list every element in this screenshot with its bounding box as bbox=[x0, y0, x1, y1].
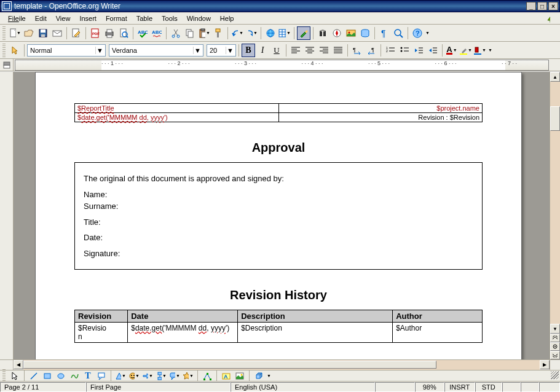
ruler-corner-icon[interactable] bbox=[0, 59, 14, 71]
menu-file[interactable]: Fileile bbox=[4, 14, 30, 23]
new-doc-button[interactable]: ▼ bbox=[8, 26, 22, 40]
approval-surname[interactable]: Surname: bbox=[84, 200, 473, 213]
text-tool-icon[interactable]: T bbox=[82, 371, 94, 381]
nav-next-button[interactable] bbox=[550, 351, 560, 359]
redo-button[interactable]: ▼ bbox=[245, 26, 258, 40]
copy-button[interactable] bbox=[183, 26, 197, 40]
toolbar-handle[interactable] bbox=[2, 26, 6, 40]
update-icon[interactable] bbox=[542, 12, 555, 25]
size-combo[interactable]: 20▼ bbox=[207, 44, 236, 57]
spellcheck-button[interactable]: ABC bbox=[136, 26, 149, 40]
preview-button[interactable] bbox=[117, 26, 130, 40]
page[interactable]: $ReportTitle $project.name $date.get('MM… bbox=[35, 72, 522, 359]
table-button[interactable]: ▼ bbox=[278, 26, 291, 40]
bullets-button[interactable] bbox=[398, 44, 411, 57]
zoom-button[interactable] bbox=[392, 26, 405, 40]
menu-edit[interactable]: Edit bbox=[31, 14, 51, 23]
nav-target-button[interactable] bbox=[550, 342, 560, 351]
menu-table[interactable]: Table bbox=[132, 14, 157, 23]
approval-heading[interactable]: Approval bbox=[74, 141, 483, 155]
gallery-button[interactable] bbox=[344, 26, 358, 40]
autospell-button[interactable]: ABC bbox=[150, 26, 164, 40]
cursor-icon[interactable] bbox=[8, 44, 22, 57]
close-button[interactable]: × bbox=[548, 2, 558, 10]
menu-format[interactable]: Format bbox=[101, 14, 132, 23]
horizontal-scrollbar[interactable]: ◀ ▶ bbox=[0, 359, 560, 370]
menu-tools[interactable]: Tools bbox=[157, 14, 182, 23]
stars-icon[interactable]: ▼ bbox=[182, 371, 194, 381]
scroll-thumb[interactable] bbox=[550, 106, 560, 131]
toolbar-handle[interactable] bbox=[2, 44, 6, 57]
scroll-down-button[interactable]: ▼ bbox=[550, 324, 560, 334]
ltr-button[interactable]: ¶ bbox=[350, 44, 364, 57]
paste-button[interactable]: ▼ bbox=[197, 26, 211, 40]
callout-tool-icon[interactable] bbox=[95, 371, 108, 381]
basic-shapes-icon[interactable]: ▼ bbox=[114, 371, 127, 381]
cut-button[interactable] bbox=[169, 26, 183, 40]
indent-inc-button[interactable] bbox=[426, 44, 440, 57]
align-center-button[interactable] bbox=[303, 44, 317, 57]
align-left-button[interactable] bbox=[289, 44, 302, 57]
rtl-button[interactable]: ¶ bbox=[365, 44, 378, 57]
edit-file-button[interactable] bbox=[69, 26, 83, 40]
minimize-button[interactable]: _ bbox=[526, 2, 536, 10]
resize-grip[interactable] bbox=[551, 371, 559, 379]
status-std[interactable]: STD bbox=[475, 382, 502, 392]
nonprint-button[interactable]: ¶ bbox=[377, 26, 391, 40]
status-style[interactable]: First Page bbox=[86, 382, 231, 392]
fontwork-icon[interactable]: A bbox=[220, 371, 232, 381]
status-page[interactable]: Page 2 / 11 bbox=[0, 382, 86, 392]
scroll-up-button[interactable]: ▲ bbox=[550, 72, 560, 82]
save-button[interactable] bbox=[36, 26, 50, 40]
status-zoom[interactable]: 98% bbox=[415, 382, 444, 392]
arrows-icon[interactable]: ▼ bbox=[141, 371, 154, 381]
toolbar-overflow[interactable]: ▼ bbox=[266, 374, 271, 378]
cell-author[interactable]: $Author bbox=[393, 323, 483, 343]
nav-prev-button[interactable] bbox=[550, 334, 560, 342]
field-report-title[interactable]: $ReportTitle bbox=[77, 104, 114, 112]
menu-window[interactable]: Window bbox=[183, 14, 215, 23]
horizontal-ruler[interactable]: · · · 1 · · · · · · 2 · · · · · · 3 · · … bbox=[15, 60, 549, 71]
font-color-button[interactable]: A▼ bbox=[445, 44, 459, 57]
numbering-button[interactable]: 12 bbox=[384, 44, 397, 57]
rect-tool-icon[interactable] bbox=[41, 371, 53, 381]
style-combo[interactable]: Normal▼ bbox=[27, 44, 106, 57]
show-draw-button[interactable] bbox=[297, 26, 310, 40]
extrusion-icon[interactable] bbox=[253, 371, 265, 381]
hscroll-thumb[interactable] bbox=[23, 361, 436, 369]
flowchart-icon[interactable]: ▼ bbox=[155, 371, 167, 381]
find-button[interactable] bbox=[316, 26, 329, 40]
revhist-heading[interactable]: Revision History bbox=[74, 288, 483, 302]
approval-date[interactable]: Date: bbox=[84, 232, 473, 244]
font-combo[interactable]: Verdana▼ bbox=[109, 44, 203, 57]
ellipse-tool-icon[interactable] bbox=[55, 371, 67, 381]
email-button[interactable] bbox=[50, 26, 64, 40]
line-tool-icon[interactable] bbox=[28, 371, 40, 381]
revision-table[interactable]: Revision Date Description Author $Revisi… bbox=[74, 310, 483, 343]
approval-signature[interactable]: Signature: bbox=[84, 248, 473, 260]
scroll-right-button[interactable]: ▶ bbox=[540, 360, 550, 369]
navigator-button[interactable] bbox=[330, 26, 344, 40]
format-paint-button[interactable] bbox=[211, 26, 225, 40]
field-project-name[interactable]: $project.name bbox=[436, 104, 479, 112]
bg-color-button[interactable]: ▼ bbox=[473, 44, 487, 57]
pdf-export-button[interactable]: PDF bbox=[89, 26, 102, 40]
align-right-button[interactable] bbox=[317, 44, 331, 57]
document-canvas[interactable]: $ReportTitle $project.name $date.get('MM… bbox=[14, 72, 550, 359]
align-justify-button[interactable] bbox=[331, 44, 345, 57]
approval-title[interactable]: Title: bbox=[84, 216, 473, 229]
approval-intro[interactable]: The original of this document is approve… bbox=[84, 173, 473, 185]
italic-button[interactable]: I bbox=[256, 44, 269, 57]
status-insrt[interactable]: INSRT bbox=[444, 382, 475, 392]
cell-desc[interactable]: $Description bbox=[238, 323, 393, 343]
underline-button[interactable]: U bbox=[270, 44, 283, 57]
callouts-icon[interactable]: ▼ bbox=[168, 371, 181, 381]
vertical-ruler[interactable] bbox=[0, 72, 14, 359]
points-icon[interactable] bbox=[201, 371, 213, 381]
approval-name[interactable]: Name: bbox=[84, 189, 473, 201]
hyperlink-button[interactable] bbox=[264, 26, 277, 40]
status-lang[interactable]: English (USA) bbox=[231, 382, 375, 392]
from-file-icon[interactable] bbox=[234, 371, 246, 381]
open-button[interactable] bbox=[22, 26, 36, 40]
print-button[interactable] bbox=[103, 26, 116, 40]
